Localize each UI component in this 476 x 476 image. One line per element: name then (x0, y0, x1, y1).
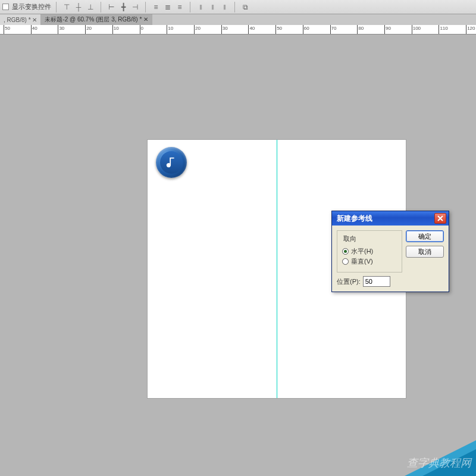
ruler-tick-label: 90 (386, 26, 391, 31)
ruler-tick-label: 20 (195, 26, 201, 31)
radio-vertical[interactable]: 垂直(V) (342, 257, 397, 266)
music-note-icon (165, 156, 178, 169)
align-vcenter-icon[interactable]: ┼ (74, 2, 83, 12)
orientation-group: 取向 水平(H) 垂直(V) (337, 230, 402, 273)
radio-label: 垂直(V) (351, 257, 373, 266)
distribute-hcenter-icon[interactable]: ⦀ (208, 2, 217, 12)
document-tabs: , RGB/8) * ✕ 未标题-2 @ 60.7% (图层 3, RGB/8)… (0, 14, 476, 25)
radio-icon (342, 258, 349, 265)
distribute-right-icon[interactable]: ⦀ (220, 2, 229, 12)
align-hcenter-icon[interactable]: ╋ (118, 2, 128, 12)
separator (56, 2, 57, 12)
options-bar: 显示变换控件 ⊤ ┼ ⊥ ⊢ ╋ ⊣ ≡ ≣ ≡ ⦀ ⦀ ⦀ ⧉ (0, 0, 476, 14)
separator (101, 2, 101, 12)
ruler-tick-label: 60 (304, 26, 309, 31)
music-app-icon[interactable] (156, 147, 187, 178)
position-input[interactable] (363, 276, 390, 287)
ruler-tick-label: 20 (86, 26, 92, 31)
distribute-bottom-icon[interactable]: ≡ (175, 2, 184, 12)
ruler-tick-label: 40 (32, 26, 37, 31)
align-top-icon[interactable]: ⊤ (62, 2, 71, 12)
auto-align-icon[interactable]: ⧉ (240, 2, 250, 12)
ok-button[interactable]: 确定 (406, 230, 444, 242)
separator (145, 2, 146, 12)
radio-horizontal[interactable]: 水平(H) (342, 247, 397, 256)
ruler-tick-label: 10 (114, 26, 119, 31)
show-transform-label: 显示变换控件 (12, 2, 51, 11)
position-row: 位置(P): (337, 276, 402, 287)
align-bottom-icon[interactable]: ⊥ (86, 2, 95, 12)
new-guide-dialog: 新建参考线 取向 水平(H) 垂直(V) (331, 211, 449, 292)
cancel-button[interactable]: 取消 (406, 246, 444, 258)
ruler-tick-label: 80 (358, 26, 364, 31)
distribute-top-icon[interactable]: ≡ (151, 2, 161, 12)
canvas-area: 新建参考线 取向 水平(H) 垂直(V) (0, 35, 476, 476)
radio-icon (342, 248, 349, 255)
ruler-tick-label: 40 (249, 26, 255, 31)
watermark-text: 查字典教程网 (407, 456, 471, 470)
ruler-tick-label: 50 (5, 26, 10, 31)
distribute-left-icon[interactable]: ⦀ (196, 2, 205, 12)
distribute-vcenter-icon[interactable]: ≣ (163, 2, 173, 12)
show-transform-checkbox[interactable] (2, 4, 9, 10)
ruler-tick-label: 100 (413, 26, 421, 31)
ruler-tick-label: 30 (59, 26, 64, 31)
dialog-title: 新建参考线 (337, 214, 372, 224)
align-right-icon[interactable]: ⊣ (130, 2, 140, 12)
ruler-tick-label: 0 (141, 26, 143, 31)
orientation-legend: 取向 (342, 234, 358, 243)
horizontal-ruler[interactable]: 50403020100102030405060708090100110120 (0, 25, 476, 35)
ruler-tick-label: 120 (467, 26, 475, 31)
ruler-tick-label: 70 (331, 26, 337, 31)
close-button[interactable] (434, 213, 446, 224)
separator (190, 2, 190, 12)
ruler-tick-label: 110 (440, 26, 447, 31)
separator (234, 2, 235, 12)
tab-document-1[interactable]: , RGB/8) * ✕ (0, 14, 41, 25)
close-icon (437, 215, 443, 221)
dialog-titlebar[interactable]: 新建参考线 (332, 211, 449, 226)
tab-label: , RGB/8) * ✕ (4, 17, 37, 23)
ruler-tick-label: 30 (223, 26, 228, 31)
radio-label: 水平(H) (351, 247, 373, 256)
vertical-guide[interactable] (277, 140, 277, 398)
ruler-tick-label: 10 (168, 26, 173, 31)
tab-label: 未标题-2 @ 60.7% (图层 3, RGB/8) * ✕ (45, 15, 148, 24)
align-left-icon[interactable]: ⊢ (107, 2, 116, 12)
tab-document-2[interactable]: 未标题-2 @ 60.7% (图层 3, RGB/8) * ✕ (41, 14, 152, 25)
position-label: 位置(P): (337, 277, 361, 286)
ruler-tick-label: 50 (277, 26, 282, 31)
dialog-body: 取向 水平(H) 垂直(V) 位置(P): 确定 取消 (332, 226, 449, 292)
